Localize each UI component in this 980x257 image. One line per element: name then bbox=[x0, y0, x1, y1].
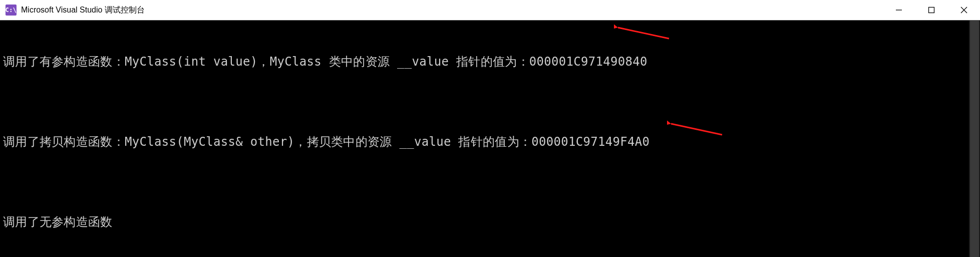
scrollbar-thumb[interactable] bbox=[970, 21, 979, 257]
app-icon: C:\ bbox=[6, 5, 17, 16]
console-line: 调用了无参构造函数 bbox=[3, 214, 980, 230]
console-output: 调用了有参构造函数：MyClass(int value)，MyClass 类中的… bbox=[0, 21, 980, 257]
maximize-button[interactable] bbox=[915, 0, 947, 20]
minimize-button[interactable] bbox=[882, 0, 915, 20]
window: C:\ Microsoft Visual Studio 调试控制台 bbox=[0, 0, 980, 257]
window-title: Microsoft Visual Studio 调试控制台 bbox=[21, 5, 145, 16]
vertical-scrollbar[interactable] bbox=[969, 21, 980, 257]
svg-rect-1 bbox=[928, 8, 934, 13]
app-icon-text: C:\ bbox=[5, 7, 17, 14]
titlebar[interactable]: C:\ Microsoft Visual Studio 调试控制台 bbox=[0, 0, 980, 20]
window-controls bbox=[882, 0, 980, 20]
console-line: 调用了拷贝构造函数：MyClass(MyClass& other)，拷贝类中的资… bbox=[3, 134, 980, 150]
minimize-icon bbox=[895, 7, 902, 14]
console-line: 调用了有参构造函数：MyClass(int value)，MyClass 类中的… bbox=[3, 54, 980, 70]
close-button[interactable] bbox=[947, 0, 980, 20]
console-client-area: 调用了有参构造函数：MyClass(int value)，MyClass 类中的… bbox=[0, 20, 980, 257]
close-icon bbox=[960, 7, 967, 14]
maximize-icon bbox=[928, 7, 935, 14]
